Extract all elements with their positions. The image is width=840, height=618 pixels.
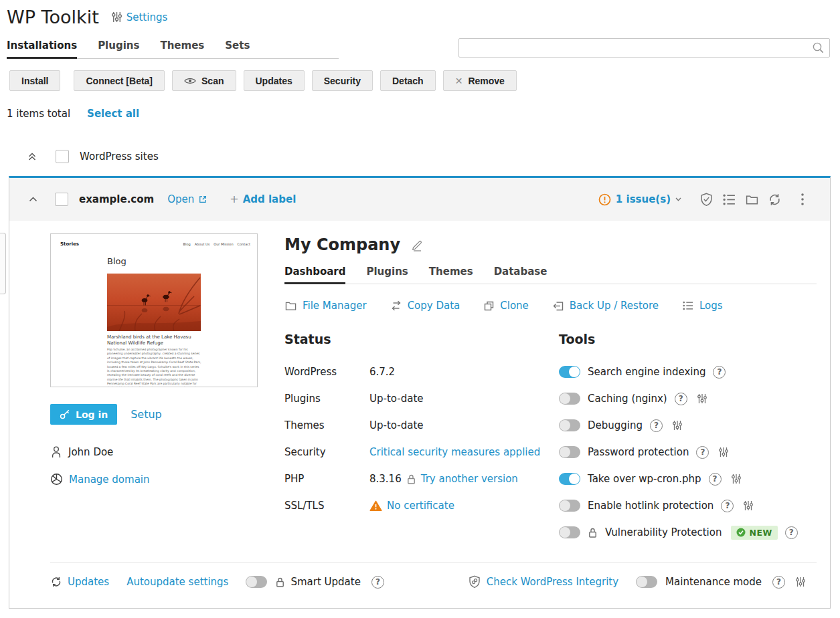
scan-button[interactable]: Scan [172, 70, 236, 91]
sliders-icon [111, 11, 122, 23]
tool-row-caching: Caching (nginx) ? [559, 385, 817, 412]
kebab-menu-icon[interactable] [795, 192, 810, 207]
group-checkbox[interactable] [56, 150, 69, 163]
security-button[interactable]: Security [312, 70, 373, 91]
logs-link[interactable]: Logs [682, 300, 723, 312]
password-settings-icon[interactable] [716, 445, 731, 459]
clone-link[interactable]: Clone [483, 300, 529, 312]
collapse-card-icon[interactable] [25, 192, 40, 207]
updates-link[interactable]: Updates [50, 576, 109, 588]
tool-row-wp-cron: Take over wp-cron.php ? [559, 466, 817, 492]
login-button[interactable]: Log in [50, 404, 117, 425]
smart-update-toggle[interactable] [246, 576, 267, 588]
folder-icon [284, 300, 297, 312]
settings-link[interactable]: Settings [111, 11, 168, 23]
vulnerability-protection-toggle[interactable] [559, 526, 580, 538]
exchange-icon [390, 300, 402, 311]
hotlink-settings-icon[interactable] [741, 498, 756, 513]
setup-link[interactable]: Setup [131, 408, 162, 421]
site-tab-themes[interactable]: Themes [429, 266, 473, 284]
backup-restore-link[interactable]: Back Up / Restore [552, 300, 659, 312]
help-icon[interactable]: ? [721, 500, 734, 512]
manage-domain-link[interactable]: Manage domain [69, 474, 150, 486]
tab-plugins[interactable]: Plugins [98, 39, 139, 58]
collapse-all-icon[interactable] [25, 149, 39, 164]
group-header: WordPress sites [0, 143, 840, 170]
password-protection-toggle[interactable] [559, 446, 580, 458]
issues-dropdown[interactable]: 1 issue(s) [598, 193, 681, 206]
detach-button[interactable]: Detach [380, 70, 436, 91]
ssl-certificate-link[interactable]: No certificate [387, 500, 454, 512]
refresh-icon [50, 576, 62, 588]
search-input[interactable] [459, 39, 812, 57]
tab-themes[interactable]: Themes [160, 39, 204, 58]
php-version: 8.3.16 [369, 473, 402, 485]
help-icon[interactable]: ? [713, 366, 726, 379]
site-tab-database[interactable]: Database [494, 266, 548, 284]
tab-installations[interactable]: Installations [7, 39, 77, 58]
list-icon [682, 300, 694, 311]
help-icon[interactable]: ? [772, 576, 785, 589]
caching-settings-icon[interactable] [695, 391, 709, 406]
check-integrity-link[interactable]: Check WordPress Integrity [468, 575, 618, 589]
help-icon[interactable]: ? [709, 473, 722, 486]
debugging-settings-icon[interactable] [670, 418, 685, 433]
file-manager-link[interactable]: File Manager [284, 300, 367, 312]
maintenance-mode-toggle[interactable] [636, 576, 657, 588]
globe-icon [50, 473, 63, 486]
issue-alert-icon [598, 193, 611, 206]
close-icon: ✕ [455, 76, 463, 86]
updates-button[interactable]: Updates [244, 70, 305, 91]
wp-cron-settings-icon[interactable] [729, 472, 744, 486]
folder-icon[interactable] [744, 192, 759, 207]
lock-icon [588, 527, 598, 538]
copy-data-link[interactable]: Copy Data [390, 300, 460, 312]
help-icon[interactable]: ? [675, 393, 687, 405]
lock-icon [406, 474, 416, 485]
help-icon[interactable]: ? [650, 419, 663, 432]
themes-status: Up-to-date [369, 419, 424, 431]
status-row-wordpress: WordPress 6.7.2 [284, 358, 559, 385]
site-card-footer: Updates Autoupdate settings Smart Update… [50, 571, 808, 593]
site-title: My Company [284, 235, 400, 254]
tool-row-vulnerability-protection: Vulnerability Protection NEW ? [559, 519, 817, 546]
connect-button[interactable]: Connect [Beta] [74, 70, 165, 91]
preview-nav: BlogAbout UsOur MissionContact [183, 242, 250, 246]
help-icon[interactable]: ? [696, 446, 709, 459]
refresh-icon[interactable] [767, 192, 782, 207]
try-php-version-link[interactable]: Try another version [421, 473, 518, 485]
preview-heading: Blog [107, 256, 127, 266]
hotlink-protection-toggle[interactable] [559, 500, 580, 512]
add-label-button[interactable]: + Add label [230, 193, 296, 205]
plugins-status: Up-to-date [369, 393, 424, 405]
caching-toggle[interactable] [559, 393, 580, 405]
key-icon [60, 409, 70, 419]
remove-button[interactable]: ✕ Remove [443, 70, 517, 91]
site-checkbox[interactable] [55, 193, 68, 206]
tab-sets[interactable]: Sets [225, 39, 250, 58]
security-check-icon[interactable] [699, 192, 713, 207]
wp-cron-toggle[interactable] [559, 473, 580, 485]
help-icon[interactable]: ? [785, 526, 798, 539]
side-panel-handle[interactable] [0, 233, 6, 294]
select-all-link[interactable]: Select all [87, 108, 139, 120]
status-heading: Status [284, 332, 559, 349]
help-icon[interactable]: ? [371, 576, 384, 589]
autoupdate-settings-link[interactable]: Autoupdate settings [127, 576, 228, 588]
debugging-toggle[interactable] [559, 419, 580, 431]
open-site-link[interactable]: Open [167, 193, 207, 205]
list-view-icon[interactable] [722, 192, 736, 207]
search-icon[interactable] [812, 41, 825, 54]
tool-row-hotlink-protection: Enable hotlink protection ? [559, 492, 817, 519]
site-tab-plugins[interactable]: Plugins [366, 266, 408, 284]
site-preview-thumbnail[interactable]: Stories BlogAbout UsOur MissionContact B… [50, 233, 258, 387]
search-indexing-toggle[interactable] [559, 366, 580, 378]
site-tab-dashboard[interactable]: Dashboard [284, 266, 345, 284]
site-card-body: Stories BlogAbout UsOur MissionContact B… [9, 221, 830, 609]
security-status-link[interactable]: Critical security measures applied [369, 446, 540, 458]
maintenance-settings-icon[interactable] [793, 575, 808, 589]
owner-name: John Doe [68, 446, 113, 458]
edit-icon[interactable] [410, 237, 424, 252]
restore-icon [552, 300, 564, 312]
install-button[interactable]: Install [9, 70, 60, 91]
